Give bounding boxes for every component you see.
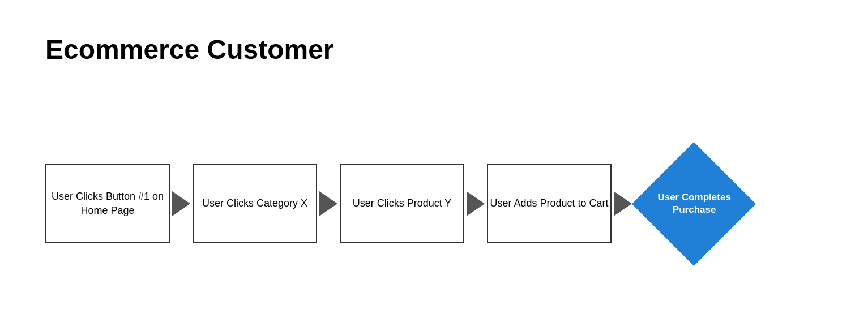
arrow-shape-2 (319, 191, 337, 216)
page-title: Ecommerce Customer (45, 34, 823, 65)
arrow-3 (464, 191, 487, 216)
page-container: Ecommerce Customer User Clicks Button #1… (0, 0, 868, 331)
arrow-shape-3 (467, 191, 485, 216)
flow-step-5-label: User Completes Purchase (657, 191, 730, 216)
arrow-shape-4 (614, 191, 632, 216)
flow-step-5-container: User Completes Purchase (640, 150, 747, 257)
flow-step-3: User Clicks Product Y (340, 164, 464, 243)
flow-step-1: User Clicks Button #1 on Home Page (45, 164, 170, 243)
arrow-1 (170, 191, 193, 216)
flow-step-4-label: User Adds Product to Cart (490, 196, 608, 210)
flow-step-3-label: User Clicks Product Y (353, 196, 452, 210)
flow-step-2: User Clicks Category X (193, 164, 317, 243)
flow-step-2-label: User Clicks Category X (202, 196, 307, 210)
arrow-shape-1 (172, 191, 190, 216)
arrow-4 (612, 191, 634, 216)
arrow-2 (317, 191, 340, 216)
flow-step-1-label: User Clicks Button #1 on Home Page (46, 190, 169, 218)
flow-step-5-diamond: User Completes Purchase (631, 141, 755, 265)
flow-container: User Clicks Button #1 on Home Page User … (45, 99, 823, 308)
flow-step-4: User Adds Product to Cart (487, 164, 612, 243)
